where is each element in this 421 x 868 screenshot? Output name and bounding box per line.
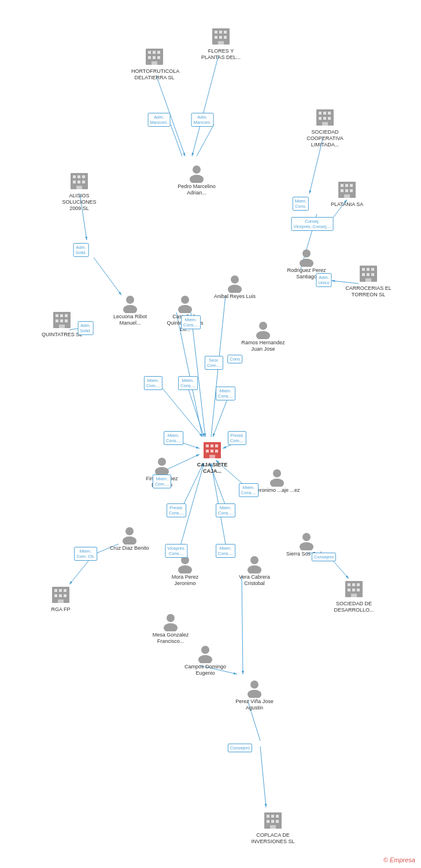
svg-rect-38	[206, 450, 209, 453]
svg-rect-105	[367, 273, 370, 276]
relation-badge-b5[interactable]: Miem. Cons....	[181, 315, 201, 329]
node-ramos[interactable]: Ramos Hernandez Juan Jose	[240, 321, 286, 352]
svg-point-141	[198, 655, 212, 663]
svg-point-109	[256, 331, 270, 339]
relation-badge-b6[interactable]: Miem. Com....	[144, 376, 163, 390]
node-alisios[interactable]: ALISIOS SOLUCIONES 2009 SL	[56, 171, 102, 211]
person-icon	[153, 457, 171, 475]
svg-point-108	[259, 322, 267, 330]
node-sociedad_des[interactable]: SOCIEDAD DE DESARROLLO...	[331, 579, 377, 613]
svg-rect-151	[270, 825, 276, 829]
relation-badge-b22[interactable]: Consejero	[312, 553, 336, 561]
svg-point-139	[248, 565, 261, 573]
building-icon	[358, 263, 379, 284]
node-label-flores: FLORES Y PLANTAS DEL...	[198, 48, 244, 61]
svg-point-98	[302, 249, 311, 258]
node-label-pedro: Pedro Marcelino Adrian...	[173, 183, 220, 196]
svg-rect-55	[153, 56, 156, 59]
svg-rect-145	[267, 815, 269, 818]
node-label-rga: RGA FP	[51, 606, 70, 613]
node-label-alisios: ALISIOS SOLUCIONES 2009 SL	[56, 193, 102, 211]
relation-badge-b17[interactable]: Vicepres. Cons....	[165, 544, 187, 558]
node-campos[interactable]: Campos Domingo Eugenio	[182, 645, 228, 676]
node-carrocerias[interactable]: CARROCERIAS EL TORREON SL	[345, 263, 392, 298]
svg-point-111	[155, 467, 169, 475]
node-cruz[interactable]: Cruz Diaz Benito	[110, 527, 149, 551]
node-platania[interactable]: PLATANIA SA	[331, 179, 363, 208]
node-horto[interactable]: HORTOFRUTICOLA DELATIERRA SL	[131, 46, 178, 81]
relation-badge-b9[interactable]: Miem. Cons....	[216, 387, 235, 400]
relation-badge-b20[interactable]: Consej. Vicepres.,Consej....	[291, 217, 334, 231]
relation-badge-b11[interactable]: Presid. Com....	[228, 431, 246, 445]
node-pedro[interactable]: Pedro Marcelino Adrian...	[173, 165, 220, 196]
svg-line-6	[94, 258, 121, 295]
node-mora[interactable]: Mora Perez Jeronimo	[162, 556, 208, 587]
node-label-lecuona: Lecuona Ribot Manuel...	[107, 314, 153, 326]
relation-badge-b7[interactable]: Miem. Cons....	[178, 376, 198, 390]
svg-point-93	[123, 305, 137, 313]
relation-badge-b14[interactable]: Miem. Cons....	[216, 503, 235, 517]
relation-badge-b23[interactable]: Consejero	[228, 744, 252, 752]
relation-badge-b4[interactable]: Adm. Solid.	[78, 321, 94, 335]
svg-point-143	[248, 690, 261, 698]
svg-rect-61	[319, 112, 322, 115]
svg-rect-81	[77, 181, 80, 183]
node-label-mesa: Mesa Gonzalez Francisco...	[147, 632, 194, 645]
node-label-mora: Mora Perez Jeronimo	[162, 574, 208, 587]
svg-line-17	[213, 396, 228, 437]
relation-badge-b24[interactable]: Cons	[227, 355, 242, 363]
svg-rect-122	[64, 594, 67, 597]
svg-rect-91	[59, 325, 65, 328]
svg-rect-123	[58, 599, 64, 603]
relation-badge-b21[interactable]: Adm. Unico	[316, 273, 331, 287]
node-rga[interactable]: RGA FP	[50, 584, 71, 613]
node-anibal[interactable]: Anibal Reyes Luis	[214, 275, 256, 300]
svg-point-92	[126, 296, 134, 304]
relation-badge-b2[interactable]: Adm. Mancom.	[191, 113, 214, 127]
person-icon	[197, 645, 214, 663]
svg-rect-134	[348, 589, 350, 591]
node-quintatres[interactable]: QUINTATRES SL	[42, 310, 82, 338]
node-lecuona[interactable]: Lecuona Ribot Manuel...	[107, 295, 153, 326]
svg-rect-82	[82, 181, 85, 183]
node-jeronimo[interactable]: Jeronimo ...aje ...ez	[254, 469, 300, 494]
node-label-perez_vina: Perez Viña Jose Agustin	[231, 698, 278, 711]
svg-rect-72	[341, 189, 344, 192]
node-vera[interactable]: Vera Cabrera Cristobal	[231, 556, 278, 587]
relation-badge-b13[interactable]: Miem. Cons....	[239, 483, 258, 497]
svg-rect-71	[350, 184, 353, 187]
node-coplaca[interactable]: COPLACA DE INVERSIONES SL	[250, 810, 296, 845]
node-flores[interactable]: FLORES Y PLANTAS DEL...	[198, 26, 244, 61]
svg-rect-48	[224, 36, 227, 39]
svg-rect-102	[367, 268, 370, 271]
node-sociedad_coop[interactable]: SOCIEDAD COOPERATIVA LIMITADA...	[302, 107, 348, 148]
svg-point-97	[228, 285, 242, 293]
building-icon	[337, 179, 357, 200]
svg-rect-146	[271, 815, 274, 818]
svg-rect-47	[219, 36, 222, 39]
svg-rect-77	[73, 175, 76, 178]
node-perez_vina[interactable]: Perez Viña Jose Agustin	[231, 680, 278, 711]
relation-badge-b1[interactable]: Adm. Mancom.	[148, 113, 171, 127]
svg-rect-56	[157, 56, 160, 59]
relation-badge-b12[interactable]: Miem. Com....	[153, 475, 171, 488]
relation-badge-b18[interactable]: Miem. Cons....	[216, 544, 235, 558]
svg-rect-63	[328, 112, 331, 115]
svg-point-59	[190, 175, 204, 183]
svg-rect-36	[211, 444, 213, 447]
relation-badge-b10[interactable]: Miem. Cons....	[164, 431, 183, 445]
svg-rect-101	[362, 268, 365, 271]
node-mesa[interactable]: Mesa Gonzalez Francisco...	[147, 613, 194, 645]
relation-badge-b3[interactable]: Adm. Solid.	[73, 243, 89, 257]
svg-rect-65	[323, 117, 326, 120]
svg-point-94	[181, 296, 189, 304]
relation-badge-b8[interactable]: Seor. Com....	[205, 356, 223, 370]
svg-rect-70	[345, 184, 348, 187]
svg-rect-136	[357, 589, 360, 591]
svg-point-114	[125, 527, 134, 535]
relation-badge-b16[interactable]: Miem. Com. Ctr.	[74, 547, 97, 561]
relation-badge-b15[interactable]: Presid. Cons....	[167, 503, 186, 517]
svg-rect-67	[322, 122, 328, 126]
svg-point-126	[167, 614, 175, 622]
relation-badge-b19[interactable]: Miem. Cons.	[293, 197, 309, 211]
